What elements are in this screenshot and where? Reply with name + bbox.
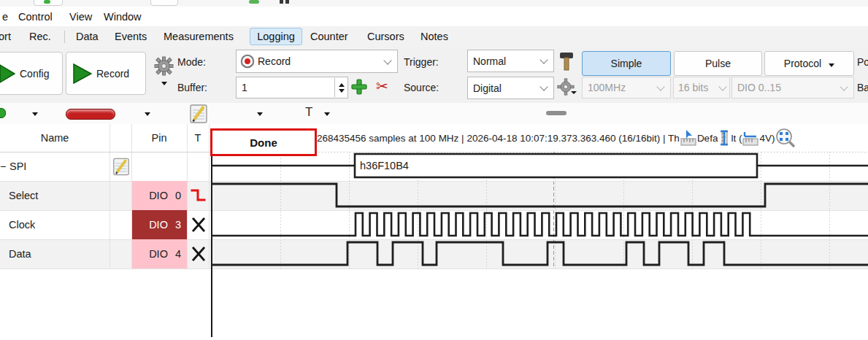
tab-notes[interactable]: Notes bbox=[418, 28, 451, 45]
protocol-dropdown-caret[interactable] bbox=[829, 63, 834, 67]
source-label: Source: bbox=[404, 82, 439, 93]
done-label: Done bbox=[250, 136, 277, 149]
tool-caret[interactable] bbox=[32, 112, 38, 116]
trigger-dropdown[interactable]: Normal bbox=[467, 50, 554, 72]
add-buffer-plus-icon[interactable] bbox=[351, 79, 367, 95]
plot-mini-toolbar: T bbox=[0, 103, 868, 125]
green-arrow-icon bbox=[0, 64, 15, 83]
measure-pointer-tool-icon[interactable] bbox=[680, 129, 696, 147]
trigger-falling-edge-icon[interactable] bbox=[190, 186, 207, 205]
hammer-icon[interactable] bbox=[558, 51, 575, 72]
pin-number: 0 bbox=[175, 190, 181, 201]
menu-item-view[interactable]: View bbox=[67, 9, 94, 25]
green-indicator-dot bbox=[44, 0, 50, 4]
zoom-tool-icon[interactable] bbox=[775, 128, 796, 148]
green-play-icon bbox=[73, 63, 92, 84]
measure-vertical-tool-icon[interactable] bbox=[718, 129, 730, 147]
tab-data[interactable]: Data bbox=[73, 28, 101, 45]
gear-icon[interactable] bbox=[154, 56, 174, 76]
pin-number: 3 bbox=[175, 219, 181, 231]
text-tool[interactable]: T bbox=[305, 105, 312, 120]
tab-cursors[interactable]: Cursors bbox=[364, 28, 407, 45]
tab-events[interactable]: Events bbox=[112, 28, 150, 45]
buffer-label: Buffer: bbox=[177, 82, 207, 93]
waveform-data[interactable] bbox=[212, 239, 868, 268]
spin-buttons[interactable] bbox=[334, 78, 347, 97]
notes-pencil-icon[interactable] bbox=[188, 104, 209, 124]
status-text-fragment: 4V) bbox=[759, 133, 775, 144]
bits-value: 16 bits bbox=[678, 82, 708, 93]
base-label-partial: Ba bbox=[857, 82, 868, 93]
red-bar-tool-icon[interactable] bbox=[66, 109, 115, 120]
pin-number: 4 bbox=[175, 248, 181, 260]
mode-dropdown[interactable]: Record bbox=[236, 50, 398, 73]
buffer-spinbox[interactable]: 1 bbox=[236, 77, 348, 98]
dio-range-value: DIO 0..15 bbox=[737, 82, 781, 93]
signal-name[interactable]: Data bbox=[9, 239, 107, 268]
chevron-down-icon bbox=[656, 82, 664, 90]
column-separator bbox=[110, 124, 110, 268]
row-separator bbox=[0, 268, 212, 269]
simple-trigger-button[interactable]: Simple bbox=[582, 51, 671, 76]
tab-rec[interactable]: Rec. bbox=[26, 28, 54, 45]
tab-measurements[interactable]: Measurements bbox=[161, 28, 237, 45]
chevron-down-icon bbox=[539, 55, 548, 63]
source-gear-caret[interactable] bbox=[571, 91, 577, 94]
tool-caret[interactable] bbox=[145, 112, 150, 116]
rate-value: 100MHz bbox=[588, 82, 626, 93]
waveform-bus-spi[interactable]: h36F10B4 bbox=[212, 152, 868, 181]
tool-caret[interactable] bbox=[257, 112, 263, 116]
edit-notes-icon[interactable] bbox=[112, 156, 131, 177]
pin-badge[interactable]: DIO3 bbox=[132, 210, 187, 239]
signal-name[interactable]: Select bbox=[9, 181, 107, 210]
column-header-name: Name bbox=[0, 124, 110, 152]
record-button[interactable]: Record bbox=[66, 52, 146, 95]
spin-down-icon[interactable] bbox=[339, 89, 345, 93]
record-dot-icon bbox=[240, 54, 255, 69]
tab-logging-active[interactable]: Logging bbox=[250, 28, 302, 45]
trigger-label: Trigger: bbox=[404, 56, 439, 68]
waveform-clock[interactable] bbox=[212, 210, 868, 239]
green-circle-tool-icon[interactable] bbox=[0, 108, 6, 118]
pin-badge[interactable]: DIO0 bbox=[132, 181, 187, 210]
tab-export-partial[interactable]: ort bbox=[0, 28, 14, 45]
rate-dropdown-disabled[interactable]: 100MHz bbox=[582, 77, 671, 98]
logic-analyzer-main: Name Pin T − SPI Select DIO0 bbox=[0, 124, 868, 340]
config-button-label: Config bbox=[20, 68, 49, 80]
pin-bus-label: DIO bbox=[149, 248, 168, 260]
tool-caret[interactable] bbox=[324, 112, 330, 116]
bits-dropdown-disabled[interactable]: 16 bits bbox=[673, 77, 730, 98]
chevron-down-icon bbox=[718, 82, 726, 90]
trigger-dont-care-icon[interactable] bbox=[191, 217, 206, 233]
tab-counter[interactable]: Counter bbox=[307, 28, 351, 45]
column-header-t: T bbox=[187, 124, 209, 152]
protocol-trigger-button[interactable]: Protocol bbox=[764, 51, 854, 76]
pulse-button-label: Pulse bbox=[705, 58, 731, 69]
collapse-toggle[interactable]: − bbox=[0, 152, 9, 181]
trigger-dont-care-icon[interactable] bbox=[191, 246, 206, 262]
measure-horizontal-tool-icon[interactable] bbox=[742, 129, 758, 147]
scissors-icon[interactable]: ✂ bbox=[376, 77, 388, 95]
pulse-trigger-button[interactable]: Pulse bbox=[674, 51, 762, 76]
signal-name[interactable]: Clock bbox=[9, 210, 107, 239]
pin-bus-label: DIO bbox=[149, 190, 168, 201]
menu-item-window[interactable]: Window bbox=[101, 9, 144, 25]
gear-dropdown-caret[interactable] bbox=[161, 82, 167, 85]
status-text: 268435456 samples at 100 MHz | 2026-04-1… bbox=[317, 133, 680, 144]
waveforms-logic-analyzer-window: e Control View Window ort Rec. Data Even… bbox=[0, 0, 868, 340]
config-button[interactable]: Config bbox=[0, 52, 63, 95]
green-shape bbox=[249, 0, 259, 4]
dio-range-dropdown-disabled[interactable]: DIO 0..15 bbox=[731, 77, 854, 98]
menu-item-partial[interactable]: e bbox=[0, 9, 10, 25]
chevron-down-icon bbox=[539, 82, 548, 90]
pin-badge[interactable]: DIO4 bbox=[132, 239, 187, 268]
status-text-fragment: lt ( bbox=[731, 133, 742, 144]
splitter-drag-handle[interactable] bbox=[546, 111, 566, 115]
clipped-button bbox=[150, 0, 178, 6]
waveform-select[interactable] bbox=[212, 181, 868, 210]
bus-name[interactable]: SPI bbox=[9, 152, 104, 181]
buffer-value: 1 bbox=[242, 82, 247, 93]
source-dropdown[interactable]: Digital bbox=[467, 77, 554, 99]
menu-item-control[interactable]: Control bbox=[16, 9, 55, 25]
spin-up-icon[interactable] bbox=[339, 83, 345, 87]
